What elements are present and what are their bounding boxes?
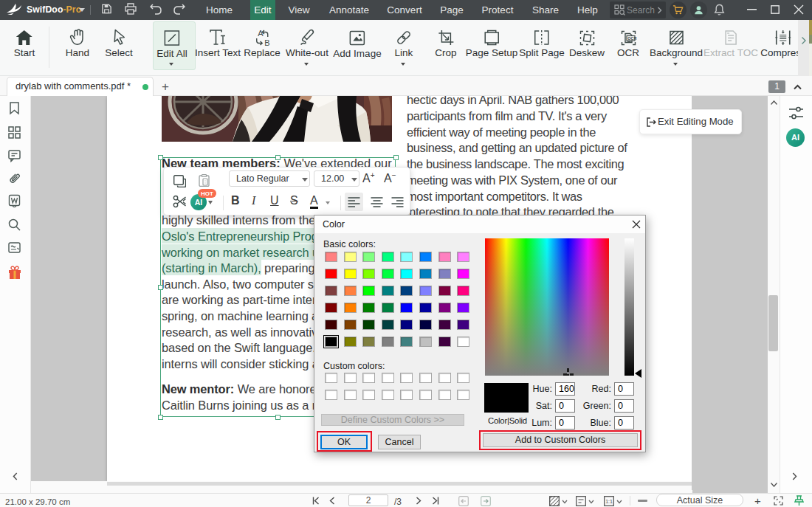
svg-text:B: B — [264, 38, 269, 47]
svg-text:1:1: 1:1 — [605, 499, 613, 504]
svg-text:OCR: OCR — [627, 36, 636, 41]
